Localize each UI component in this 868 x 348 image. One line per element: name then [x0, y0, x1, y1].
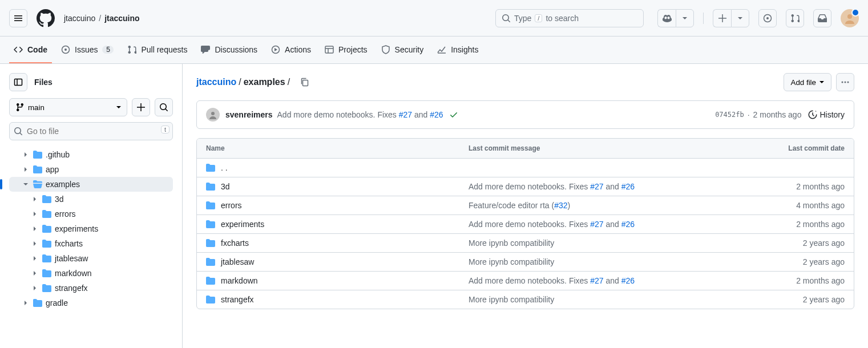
issue-link[interactable]: #26 [621, 220, 635, 229]
tab-pull-requests[interactable]: Pull requests [123, 37, 192, 63]
add-file-sidebar-button[interactable] [132, 98, 150, 116]
chevron-right-icon[interactable] [22, 300, 30, 306]
tree-item-.github[interactable]: .github [9, 147, 173, 162]
chevron-right-icon[interactable] [31, 211, 39, 217]
copy-icon [300, 78, 309, 87]
chevron-right-icon[interactable] [22, 166, 30, 173]
commit-message-link[interactable]: Add more demo notebooks. Fixes [469, 220, 590, 229]
add-file-button[interactable]: Add file [784, 73, 831, 91]
github-logo[interactable] [37, 9, 55, 27]
tree-item-gradle[interactable]: gradle [9, 296, 173, 310]
go-to-file-key: t [161, 126, 169, 133]
issue-link[interactable]: #32 [554, 201, 567, 210]
tab-projects[interactable]: Projects [320, 37, 372, 63]
tree-item-experiments[interactable]: experiments [9, 221, 173, 236]
caret-down-icon [116, 105, 121, 110]
add-button[interactable] [713, 9, 731, 27]
commit-message-link[interactable]: Add more demo notebooks. Fixes [469, 182, 590, 191]
directory-link[interactable]: errors [221, 201, 242, 210]
issue-link[interactable]: #26 [621, 182, 635, 191]
search-hint-pre: Type [514, 14, 531, 23]
directory-link[interactable]: fxcharts [221, 238, 249, 248]
tree-item-label: markdown [55, 269, 92, 278]
path-repo-link[interactable]: jtaccuino [196, 77, 236, 87]
user-avatar[interactable] [841, 9, 859, 27]
add-dropdown[interactable] [731, 9, 749, 27]
tree-item-examples[interactable]: examples [9, 177, 173, 192]
chevron-right-icon[interactable] [31, 255, 39, 262]
issue-link[interactable]: #26 [430, 110, 443, 119]
tree-item-markdown[interactable]: markdown [9, 266, 173, 281]
directory-link[interactable]: 3d [221, 182, 230, 191]
file-table-header: Name Last commit message Last commit dat… [197, 139, 854, 159]
chevron-right-icon[interactable] [31, 285, 39, 292]
commit-author-avatar[interactable] [206, 108, 220, 122]
more-options-button[interactable] [836, 73, 854, 91]
tab-insights[interactable]: Insights [433, 37, 483, 63]
hamburger-button[interactable] [9, 9, 27, 27]
tab-actions[interactable]: Actions [267, 37, 316, 63]
commit-message-link[interactable]: Feature/code editor rta ( [469, 201, 554, 210]
tree-item-errors[interactable]: errors [9, 207, 173, 221]
issues-button[interactable] [758, 9, 777, 27]
directory-link[interactable]: markdown [221, 276, 258, 285]
file-tree: .githubappexamples3derrorsexperimentsfxc… [9, 147, 173, 310]
sidebar-collapse-icon [14, 78, 23, 87]
global-search[interactable]: Type / to search [495, 9, 644, 27]
copy-path-button[interactable] [298, 75, 312, 89]
commit-message[interactable]: Add more demo notebooks. Fixes #27 and #… [277, 110, 443, 119]
tree-item-jtablesaw[interactable]: jtablesaw [9, 251, 173, 266]
chevron-right-icon[interactable] [31, 270, 39, 277]
caret-down-icon [819, 80, 824, 84]
go-to-file-input[interactable] [9, 122, 173, 140]
directory-link[interactable]: jtablesaw [221, 257, 254, 266]
copilot-button[interactable] [657, 9, 676, 27]
search-icon [159, 103, 168, 112]
col-date-header: Last commit date [753, 144, 845, 152]
branch-selector[interactable]: main [9, 98, 127, 116]
go-to-file: t [9, 122, 173, 140]
history-link[interactable]: History [808, 110, 845, 119]
chevron-right-icon[interactable] [31, 225, 39, 232]
commit-message-link[interactable]: More ipynb compatibility [469, 257, 554, 266]
tree-item-fxcharts[interactable]: fxcharts [9, 236, 173, 251]
tab-issues[interactable]: Issues 5 [56, 37, 118, 63]
file-tree-sidebar: Files main t .githubappexamples3derrorse… [0, 64, 183, 348]
tab-security[interactable]: Security [377, 37, 429, 63]
chevron-right-icon[interactable] [31, 240, 39, 247]
check-icon[interactable] [449, 110, 458, 119]
owner-link[interactable]: jtaccuino [64, 14, 95, 23]
issue-link[interactable]: #27 [590, 182, 603, 191]
kebab-horizontal-icon [841, 78, 850, 87]
parent-directory-link[interactable]: . . [221, 163, 228, 172]
issue-link[interactable]: #26 [621, 276, 635, 285]
directory-link[interactable]: experiments [221, 220, 264, 229]
commit-sha-link[interactable]: 07452fb [715, 111, 744, 119]
search-sidebar-button[interactable] [155, 98, 173, 116]
issue-link[interactable]: #27 [590, 220, 603, 229]
tree-item-label: experiments [55, 224, 98, 233]
tab-discussions[interactable]: Discussions [196, 37, 262, 63]
parent-directory-row[interactable]: . . [197, 159, 854, 177]
issue-link[interactable]: #27 [399, 110, 412, 119]
tab-code[interactable]: Code [9, 37, 52, 63]
chevron-right-icon[interactable] [22, 151, 30, 158]
tree-item-app[interactable]: app [9, 162, 173, 177]
inbox-button[interactable] [813, 9, 831, 27]
commit-message-link[interactable]: Add more demo notebooks. Fixes [469, 276, 590, 285]
repo-link[interactable]: jtaccuino [104, 14, 139, 23]
plus-icon [718, 14, 727, 23]
commit-message-link[interactable]: More ipynb compatibility [469, 238, 554, 248]
pull-requests-button[interactable] [786, 9, 804, 27]
copilot-dropdown[interactable] [676, 9, 694, 27]
panel-toggle-button[interactable] [9, 73, 27, 91]
commit-author-link[interactable]: svenreimers [225, 110, 273, 119]
tree-item-3d[interactable]: 3d [9, 192, 173, 207]
tree-item-strangefx[interactable]: strangefx [9, 281, 173, 296]
commit-date: 2 months ago [753, 182, 845, 191]
issue-link[interactable]: #27 [590, 276, 603, 285]
directory-link[interactable]: strangefx [221, 295, 254, 304]
chevron-right-icon[interactable] [31, 196, 39, 203]
chevron-down-icon[interactable] [22, 181, 30, 188]
commit-message-link[interactable]: More ipynb compatibility [469, 295, 554, 304]
